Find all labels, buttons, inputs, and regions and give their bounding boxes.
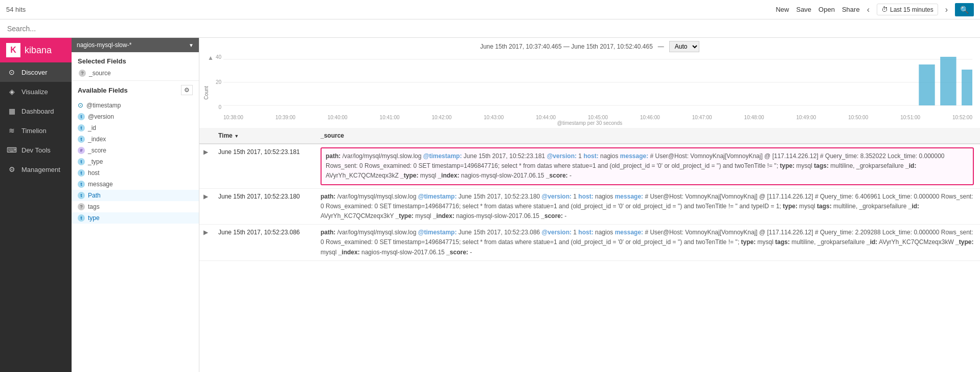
t-type-icon: t — [78, 214, 85, 222]
field-score[interactable]: # _score — [72, 145, 199, 156]
chart-collapse-button[interactable]: ▲ — [208, 54, 214, 61]
time-cell: June 15th 2017, 10:52:23.181 — [212, 144, 314, 188]
sidebar-item-dashboard[interactable]: ▦ Dashboard — [0, 101, 72, 121]
new-button[interactable]: New — [776, 6, 789, 13]
field-name: _type — [88, 158, 103, 165]
sidebar-item-timelion[interactable]: ≋ Timelion — [0, 121, 72, 140]
svg-rect-3 — [919, 64, 935, 105]
open-button[interactable]: Open — [818, 6, 835, 13]
time-column-header[interactable]: Time ▼ — [212, 128, 314, 144]
sidebar-item-label: Dashboard — [21, 107, 54, 115]
field-type-data[interactable]: t type — [72, 212, 199, 224]
t-type-icon: t — [78, 181, 85, 188]
hash-type-icon: # — [78, 147, 85, 154]
row-expand-button[interactable]: ▶ — [201, 229, 210, 236]
nav-forward-button[interactable]: › — [945, 5, 948, 14]
index-pattern-label: nagios-mysql-slow-* — [77, 41, 189, 49]
hits-count: 54 hits — [6, 6, 26, 13]
field-tags[interactable]: ? tags — [72, 201, 199, 212]
t-type-icon: t — [78, 113, 85, 120]
field-timestamp[interactable]: ⊙ @timestamp — [72, 99, 199, 111]
sidebar-item-label: Visualize — [21, 88, 48, 96]
discover-icon: ⊙ — [7, 68, 16, 77]
field-index[interactable]: t _index — [72, 134, 199, 145]
devtools-icon: ⌨ — [7, 145, 16, 155]
index-pattern-selector[interactable]: nagios-mysql-slow-* ▼ — [72, 38, 199, 52]
sidebar-item-discover[interactable]: ⊙ Discover — [0, 62, 72, 82]
field-name: message — [88, 181, 113, 188]
source-cell: path: /var/log/mysql/mysql.slow.log @tim… — [314, 144, 980, 188]
source-cell: path: /var/log/mysql/mysql.slow.log @tim… — [314, 188, 980, 225]
share-button[interactable]: Share — [842, 6, 860, 13]
row-expand-button[interactable]: ▶ — [201, 193, 210, 200]
sidebar-item-label: Management — [21, 166, 60, 173]
search-submit-button[interactable]: 🔍 — [955, 3, 974, 16]
dash-separator: — — [658, 43, 664, 50]
sidebar-item-management[interactable]: ⚙ Management — [0, 160, 72, 179]
fields-gear-button[interactable]: ⚙ — [181, 85, 193, 95]
time-range-picker[interactable]: ⏱ Last 15 minutes — [877, 4, 938, 15]
auto-interval-select[interactable]: Auto — [669, 41, 699, 52]
sidebar-item-label: Discover — [21, 69, 48, 76]
clock-field-icon: ⊙ — [78, 101, 83, 109]
time-cell: June 15th 2017, 10:52:23.180 — [212, 188, 314, 225]
logo-box: K — [6, 43, 20, 57]
t-type-icon: t — [78, 158, 85, 165]
field-name: _id — [88, 124, 96, 132]
field-name: host — [88, 169, 100, 177]
field-source[interactable]: ? _source — [78, 68, 193, 78]
nav-back-button[interactable]: ‹ — [867, 5, 870, 14]
t-type-icon: t — [78, 169, 85, 177]
kibana-logo[interactable]: K kibana — [0, 38, 72, 62]
management-icon: ⚙ — [7, 165, 16, 174]
field-id[interactable]: t _id — [72, 122, 199, 134]
time-range-label: Last 15 minutes — [890, 6, 933, 13]
table-row: ▶ June 15th 2017, 10:52:23.086 path: /va… — [199, 225, 980, 261]
save-button[interactable]: Save — [796, 6, 811, 13]
sidebar-item-label: Dev Tools — [21, 146, 51, 154]
question-mark-icon: ? — [79, 70, 86, 77]
source-cell: path: /var/log/mysql/mysql.slow.log @tim… — [314, 225, 980, 261]
field-name: type — [88, 214, 100, 222]
chart-y-axis: Count 40 20 0 — [207, 54, 223, 120]
svg-rect-5 — [962, 70, 972, 105]
field-type-meta[interactable]: t _type — [72, 156, 199, 167]
dropdown-arrow-icon: ▼ — [189, 42, 194, 48]
field-name: @version — [88, 113, 114, 120]
clock-icon: ⏱ — [881, 6, 888, 13]
field-host[interactable]: t host — [72, 167, 199, 179]
timelion-icon: ≋ — [7, 126, 16, 135]
logo-text: kibana — [25, 45, 52, 56]
t-type-icon: t — [78, 136, 85, 143]
field-name: Path — [88, 192, 101, 199]
selected-fields-title: Selected Fields — [78, 57, 193, 65]
sidebar-item-devtools[interactable]: ⌨ Dev Tools — [0, 140, 72, 160]
field-name: @timestamp — [86, 102, 121, 109]
t-type-icon: t — [78, 124, 85, 132]
field-name: _index — [88, 136, 106, 143]
source-column-header: _source — [314, 128, 980, 144]
time-cell: June 15th 2017, 10:52:23.086 — [212, 225, 314, 261]
table-row: ▶ June 15th 2017, 10:52:23.180 path: /va… — [199, 188, 980, 225]
field-name: tags — [88, 203, 100, 210]
row-expand-button[interactable]: ▶ — [201, 148, 210, 156]
question-type-icon: ? — [78, 203, 85, 210]
chart-container: 10:38:00 10:39:00 10:40:00 10:41:00 10:4… — [223, 54, 972, 120]
expand-column — [199, 128, 212, 144]
t-type-icon: t — [78, 192, 85, 199]
table-row: ▶ June 15th 2017, 10:52:23.181 path: /va… — [199, 144, 980, 188]
search-input[interactable] — [0, 19, 980, 37]
field-message[interactable]: t message — [72, 179, 199, 190]
field-name: _source — [89, 70, 111, 77]
svg-rect-4 — [940, 57, 956, 105]
chart-axis-label: @timestamp per 30 seconds — [207, 120, 972, 126]
available-fields-title: Available Fields — [78, 86, 128, 94]
date-range-label: June 15th 2017, 10:37:40.465 — June 15th… — [480, 43, 653, 50]
visualize-icon: ◈ — [7, 87, 16, 96]
dashboard-icon: ▦ — [7, 106, 16, 116]
y-label-count: Count — [203, 86, 209, 100]
field-path[interactable]: t Path — [72, 190, 199, 201]
field-name: _score — [88, 147, 106, 154]
field-version[interactable]: t @version — [72, 111, 199, 122]
sidebar-item-visualize[interactable]: ◈ Visualize — [0, 82, 72, 101]
